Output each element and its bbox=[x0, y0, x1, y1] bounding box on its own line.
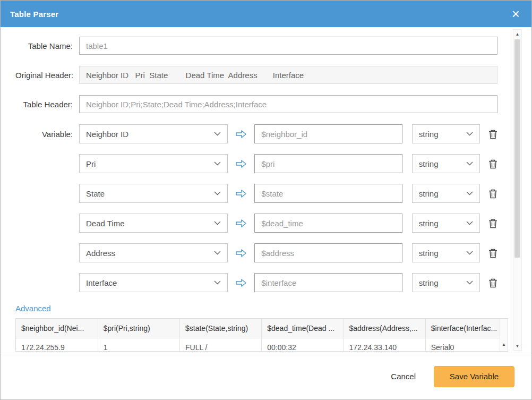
variable-name-input[interactable] bbox=[254, 243, 402, 262]
arrow-right-icon bbox=[228, 278, 254, 287]
type-select-value: string bbox=[419, 189, 439, 198]
arrow-right-icon bbox=[228, 219, 254, 228]
table-cell: 00:00:32 bbox=[262, 338, 344, 352]
trash-icon[interactable] bbox=[488, 189, 497, 199]
scrollbar-track[interactable] bbox=[513, 38, 521, 342]
variable-row: Address string bbox=[15, 243, 497, 262]
dialog-title: Table Parser bbox=[10, 10, 58, 19]
column-header: $state(State,string) bbox=[180, 319, 262, 338]
close-icon[interactable]: × bbox=[510, 7, 522, 21]
trash-icon[interactable] bbox=[488, 129, 497, 139]
trash-icon[interactable] bbox=[488, 278, 497, 288]
type-select[interactable]: string bbox=[412, 154, 480, 173]
table-header-row: $neighbor_id(Nei... $pri(Pri,string) $st… bbox=[16, 319, 508, 338]
variable-row: Pri string bbox=[15, 154, 497, 173]
save-variable-button[interactable]: Save Variable bbox=[434, 366, 514, 387]
table-cell: FULL / bbox=[180, 338, 262, 352]
column-select-value: State bbox=[86, 189, 105, 198]
chevron-down-icon bbox=[214, 221, 221, 225]
scroll-up-icon[interactable]: ▲ bbox=[513, 30, 521, 38]
vertical-scrollbar[interactable]: ▲ ▼ bbox=[513, 29, 522, 351]
table-scrollbar[interactable]: ▲ bbox=[500, 319, 508, 351]
type-select[interactable]: string bbox=[412, 124, 480, 143]
table-parser-dialog: Table Parser × Table Name: Original Head… bbox=[0, 0, 532, 400]
table-name-input[interactable] bbox=[79, 37, 497, 55]
original-header-label: Original Header: bbox=[15, 71, 79, 80]
variable-name-input[interactable] bbox=[254, 154, 402, 173]
variable-name-input[interactable] bbox=[254, 214, 402, 233]
column-select[interactable]: Pri bbox=[79, 154, 228, 173]
chevron-down-icon bbox=[214, 191, 221, 195]
arrow-right-icon bbox=[228, 189, 254, 198]
variable-row: Dead Time string bbox=[15, 214, 497, 233]
table-row: 172.24.255.9 1 FULL / 00:00:32 172.24.33… bbox=[16, 338, 508, 352]
advanced-link[interactable]: Advanced bbox=[15, 304, 51, 313]
chevron-down-icon bbox=[214, 251, 221, 255]
table-cell: 172.24.33.140 bbox=[344, 338, 425, 352]
trash-icon[interactable] bbox=[488, 218, 497, 228]
type-select-value: string bbox=[419, 130, 439, 139]
column-select-value: Neighbor ID bbox=[86, 130, 128, 139]
column-select[interactable]: Neighbor ID bbox=[79, 124, 228, 143]
column-header: $dead_time(Dead ... bbox=[262, 319, 344, 338]
type-select-value: string bbox=[419, 278, 439, 287]
arrow-right-icon bbox=[228, 130, 254, 139]
arrow-right-icon bbox=[228, 249, 254, 258]
column-header: $pri(Pri,string) bbox=[98, 319, 179, 338]
arrow-right-icon bbox=[228, 159, 254, 168]
chevron-down-icon bbox=[466, 161, 473, 166]
column-select[interactable]: Address bbox=[79, 243, 228, 262]
chevron-down-icon bbox=[466, 221, 473, 225]
variable-name-input[interactable] bbox=[254, 184, 402, 203]
type-select[interactable]: string bbox=[412, 273, 480, 292]
original-header-field: Neighbor ID Pri State Dead Time Address … bbox=[79, 66, 497, 84]
table-header-input[interactable] bbox=[79, 95, 497, 113]
scrollbar-thumb[interactable] bbox=[514, 39, 520, 258]
column-header: $neighbor_id(Nei... bbox=[16, 319, 98, 338]
original-header-row: Original Header: Neighbor ID Pri State D… bbox=[15, 66, 497, 84]
type-select[interactable]: string bbox=[412, 184, 480, 203]
scroll-down-icon[interactable]: ▼ bbox=[513, 342, 521, 350]
column-select[interactable]: State bbox=[79, 184, 228, 203]
cancel-button[interactable]: Cancel bbox=[391, 372, 416, 381]
dialog-body: Table Name: Original Header: Neighbor ID… bbox=[1, 27, 531, 353]
table-header-row: Table Header: bbox=[15, 95, 497, 113]
trash-icon[interactable] bbox=[488, 248, 497, 258]
column-select[interactable]: Interface bbox=[79, 273, 228, 292]
chevron-down-icon bbox=[466, 132, 473, 136]
dialog-header: Table Parser × bbox=[1, 1, 531, 27]
chevron-down-icon bbox=[214, 161, 221, 166]
variable-row: State string bbox=[15, 184, 497, 203]
chevron-down-icon bbox=[466, 280, 473, 285]
chevron-down-icon bbox=[214, 280, 221, 285]
column-header: $interface(Interfac... bbox=[425, 319, 507, 338]
type-select-value: string bbox=[419, 159, 439, 168]
trash-icon[interactable] bbox=[488, 159, 497, 169]
table-cell: 172.24.255.9 bbox=[16, 338, 98, 352]
type-select-value: string bbox=[419, 219, 439, 228]
chevron-down-icon bbox=[466, 251, 473, 255]
variable-label: Variable: bbox=[15, 130, 79, 139]
chevron-down-icon bbox=[214, 132, 221, 136]
dialog-footer: Cancel Save Variable bbox=[1, 353, 531, 399]
table-name-label: Table Name: bbox=[15, 41, 79, 50]
variable-name-input[interactable] bbox=[254, 124, 402, 143]
column-select-value: Address bbox=[86, 249, 115, 258]
variable-row: Variable: Neighbor ID string bbox=[15, 124, 497, 143]
column-select[interactable]: Dead Time bbox=[79, 214, 228, 233]
table-cell: 1 bbox=[98, 338, 179, 352]
column-header: $address(Address,... bbox=[344, 319, 425, 338]
type-select[interactable]: string bbox=[412, 243, 480, 262]
table-header-label: Table Header: bbox=[15, 100, 79, 109]
advanced-preview-table: $neighbor_id(Nei... $pri(Pri,string) $st… bbox=[15, 318, 508, 352]
variable-name-input[interactable] bbox=[254, 273, 402, 292]
chevron-down-icon bbox=[466, 191, 473, 195]
type-select-value: string bbox=[419, 249, 439, 258]
column-select-value: Pri bbox=[86, 159, 96, 168]
column-select-value: Interface bbox=[86, 278, 117, 287]
type-select[interactable]: string bbox=[412, 214, 480, 233]
table-name-row: Table Name: bbox=[15, 37, 497, 55]
column-select-value: Dead Time bbox=[86, 219, 125, 228]
scroll-up-icon[interactable]: ▲ bbox=[500, 340, 508, 348]
table-cell: Serial0 bbox=[425, 338, 507, 352]
